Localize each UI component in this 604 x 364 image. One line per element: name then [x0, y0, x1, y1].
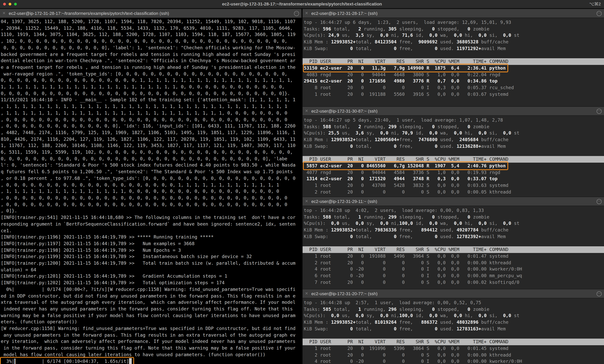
process-row: 29415 ec2-user 20 0 171656 4980 3776 R 0…	[304, 78, 604, 85]
right-pane-titlebar: ✕ec2-user@ip-172-31-20-77:~ (ssh)⋯	[302, 289, 604, 298]
terminal-line: ed in DDP constructor, but did not find …	[1, 293, 302, 299]
terminal-line: ce1.	[1, 227, 302, 234]
terminal-line: 11/15/2021 16:44:18 - INFO - __main__ - …	[1, 97, 302, 103]
split-pane-area: ✕ ec2-user@ip-172-31-28-17:~/transformer…	[0, 9, 604, 364]
terminal-line: 0%| | 0/174 [00:00<?, ?it/s][W reducer.c…	[1, 286, 302, 293]
process-row: 1314 ec2-user 20 0 171520 4944 3748 R 0,…	[304, 176, 604, 182]
top-summary-line: KiB Swap: 0 total, 0 free, 0 used. 12136…	[304, 143, 604, 150]
blank-line	[304, 332, 604, 339]
close-pane-icon[interactable]: ✕	[305, 199, 308, 203]
terminal-line: 6, 5311, 1559, 119, 5599, 119, 102, 0, 0…	[1, 149, 302, 155]
terminal-line: 04, 1397, 3625, 112, 188, 5200, 1728, 11…	[1, 18, 302, 25]
top-output-terminal[interactable]: top - 16:44:27 up 5 days, 23:40, 1 user,…	[302, 116, 604, 197]
left-terminal-pane: ✕ ec2-user@ip-172-31-28-17:~/transformer…	[0, 9, 302, 364]
pane-menu-icon[interactable]: ⋯	[597, 109, 602, 113]
process-table-header: PID USER PR NI VIRT RES SHR S %CPU %MEM …	[302, 58, 604, 65]
top-summary-line: %Cpu(s): 25,5 us, 3,6 sy, 0,0 ni, 70,9 i…	[304, 130, 604, 137]
terminal-line: q futures fell 6.5 points to 1,206.50 ."…	[1, 168, 302, 175]
terminal-line: war-ravaged region .", 'token_type_ids':…	[1, 71, 302, 77]
top-summary-line: Tasks: 585 total, 1 running, 296 sleepin…	[304, 306, 604, 312]
close-pane-icon[interactable]: ✕	[2, 11, 6, 15]
pane-menu-icon[interactable]: ⋯	[597, 199, 602, 204]
process-row: 1 root 20 0 191096 5396 3864 S 0,0 0,0 0…	[304, 345, 604, 352]
process-row: 5857 ec2-user 20 0 8465560 6,7g 152048 R…	[304, 163, 604, 169]
terminal-line: 0, 0, 0, 0, 0, 0, 0, 0, 0, 0, 0, 0, 0, 0…	[1, 77, 302, 84]
top-summary-line: Tasks: 588 total, 2 running, 299 sleepin…	[304, 123, 604, 130]
top-summary-line: KiB Swap: 0 total, 0 free, 0 used. 11971…	[304, 45, 604, 52]
terminal-line: eters. (function operator())	[1, 319, 302, 325]
terminal-line: ery iteration, which can adversely affec…	[1, 339, 302, 345]
terminal-line: in the forward pass, consider turning th…	[1, 345, 302, 351]
right-pane-titlebar: ✕ec2-user@ip-172-31-30-87:~ (ssh)⋯	[302, 106, 604, 116]
right-pane-title: ec2-user@ip-172-31-28-17:~ (ssh)	[311, 11, 593, 16]
terminal-line: , 0, 0, 0, 0, 0, 0, 0, 0, 0, 0, 0, 0, 0,…	[1, 195, 302, 201]
top-summary-line: top - 16:44:27 up 5 days, 23:40, 1 user,…	[304, 117, 604, 123]
terminal-line: 0, 0, 0, 0, 0, 0, 0, 0, 0, 0, 0, 0, 0, 0…	[1, 90, 302, 97]
top-summary-line: Tasks: 596 total, 2 running, 305 sleepin…	[304, 25, 604, 32]
top-summary-line: KiB Mem : 12993852+total, 81019264 free,…	[304, 319, 604, 326]
process-table-header: PID USER PR NI VIRT RES SHR S %CPU %MEM …	[302, 339, 604, 345]
terminal-line: [W reducer.cpp:1158] Warning: find_unuse…	[1, 325, 302, 332]
terminal-line: , 0, 0, 0, 0, 0, 0, 0, 0, 0, 0, 0, 0, 0,…	[1, 201, 302, 208]
terminal-line: 1110, 1919, 1344, 3075, 1104, 3625, 112,…	[1, 31, 302, 38]
window-title: ec2-user@ip-172-31-28-17:~/transformers/…	[0, 0, 604, 8]
terminal-line: 0, 0, 0, 0, 0, 0, 0, 0, 0, 0, 0, 0, 0, 0…	[1, 156, 302, 162]
terminal-line: xtra traversal of the autograd graph eve…	[1, 299, 302, 306]
process-row: 1 root 20 0 191188 5560 3916 S 0,0 0,0 0…	[304, 91, 604, 97]
terminal-line: model has flow control causing later ite…	[1, 351, 302, 358]
process-row: 6 root 0 -20 0 0 0 I 0,0 0,0 0:00.00 mm_…	[304, 273, 604, 279]
terminal-line: [INFO|trainer.py:1196] 2021-11-15 16:44:…	[1, 234, 302, 240]
pane-menu-icon[interactable]: ⋯	[294, 11, 299, 16]
top-summary-line: KiB Swap: 0 total, 0 free, 0 used. 12782…	[304, 233, 604, 240]
top-summary-line: %Cpu(s): 0,0 us, 0,0 sy, 0,0 ni,100,0 id…	[304, 220, 604, 227]
terminal-line: warning may be a false positive if your …	[1, 312, 302, 319]
terminal-line: [INFO|trainer.py:1201] 2021-11-15 16:44:…	[1, 273, 302, 279]
python-process-annotation-box: 53150 ec2-user 20 0 11,3g 7,9g 149900 R …	[304, 65, 506, 71]
process-row: 4 root 0 -20 0 0 0 I 0,0 0,0 0:00.00 kwo…	[304, 358, 604, 364]
process-row: 8 root 20 0 0 0 0 I 0,3 0,0 0:05.37 rcu_…	[304, 85, 604, 91]
process-row: 1 root 20 0 43708 5428 3832 S 0,0 0,0 0:…	[304, 182, 604, 189]
close-pane-icon[interactable]: ✕	[305, 109, 308, 113]
process-row: 2 root 20 0 0 0 0 S 0,0 0,0 0:00.00 kthr…	[304, 259, 604, 266]
training-log-terminal[interactable]: 04, 1397, 3625, 112, 188, 5200, 1728, 11…	[0, 18, 302, 364]
terminal-line: 1, 1, 1, 1, 1, 1, 1, 1, 1, 1, 1, 1, 1, 1…	[1, 84, 302, 90]
terminal-cursor	[129, 358, 132, 364]
terminal-line: ulation) = 64	[1, 266, 302, 273]
pane-menu-icon[interactable]: ⋯	[597, 291, 602, 296]
top-summary-line: KiB Swap: 0 total, 0 free, 0 used. 12783…	[304, 326, 604, 332]
terminal-line: [INFO|trainer.py:1199] 2021-11-15 16:44:…	[1, 253, 302, 260]
terminal-line: indeed never has any unused parameters i…	[1, 306, 302, 312]
process-row: 2 root 20 0 0 0 0 S 0,0 0,0 0:00.05 kthr…	[304, 189, 604, 195]
top-summary-line: top - 16:44:27 up 6 days, 1:23, 2 users,…	[304, 19, 604, 25]
top-summary-line: KiB Mem : 12993852+total, 12005604+free,…	[304, 137, 604, 143]
top-output-terminal[interactable]: top - 16:44:28 up 4:02, 2 users, load av…	[302, 206, 604, 289]
terminal-line: , 0, 0, 0, 0, 0, 0, 0, 0, 0, 0, 0, 0, 0,…	[1, 182, 302, 188]
top-output-terminal[interactable]: top - 16:44:28 up 2:57, 1 user, load ave…	[302, 298, 604, 364]
python-process-annotation-box: 5857 ec2-user 20 0 8465560 6,7g 152048 R…	[304, 163, 506, 169]
terminal-line: any unused parameters in the forward pas…	[1, 332, 302, 339]
terminal-line: , 20394, 11252, 15449, 112, 188, 4116, 1…	[1, 25, 302, 31]
top-output-terminal[interactable]: top - 16:44:27 up 6 days, 1:23, 2 users,…	[302, 18, 604, 106]
terminal-line: , 0]}.	[1, 208, 302, 214]
close-pane-icon[interactable]: ✕	[305, 292, 308, 296]
left-pane-title: ec2-user@ip-172-31-28-17:~/transformers/…	[9, 11, 291, 16]
close-pane-icon[interactable]: ✕	[305, 11, 308, 15]
process-row: 53150 ec2-user 20 0 11,3g 7,9g 149900 R …	[304, 65, 604, 71]
process-row: 7 root 20 0 0 0 0 S 0,0 0,0 0:00.02 ksof…	[304, 279, 604, 285]
pane-menu-icon[interactable]: ⋯	[597, 11, 602, 16]
terminal-line: 1, 11767, 112, 188, 2260, 10146, 1108, 1…	[1, 142, 302, 149]
terminal-line: l': 0, 'sentence1': "Standard & Poor 's …	[1, 162, 302, 168]
top-summary-line: top - 16:44:28 up 2:57, 1 user, load ave…	[304, 300, 604, 306]
terminal-line: 810, 4426, 2174, 1116, 2204, 127, 119, 1…	[1, 136, 302, 142]
terminal-line: , 0, 0, 0, 0, 0, 0, 0, 0, 0, 0, 0, 0, 0,…	[1, 116, 302, 123]
right-pane-title: ec2-user@ip-172-31-20-77:~ (ssh)	[311, 291, 593, 296]
terminal-line: dential election in war-torn Chechnya ."…	[1, 57, 302, 64]
process-row: 2 root 20 0 0 0 0 S 0,0 0,0 0:00.00 kthr…	[304, 352, 604, 358]
right-pane-titlebar: ✕ec2-user@ip-172-31-29-11:~ (ssh)⋯	[302, 197, 604, 206]
training-progress-line: 3%|▍ | 6/174 [00:10<04:37, 1.65s/it]	[1, 358, 302, 364]
top-summary-line: %Cpu(s): 0,0 us, 0,0 sy, 0,0 ni,100,0 id…	[304, 313, 604, 319]
process-row: 4 root 0 -20 0 0 0 I 0,0 0,0 0:00.00 kwo…	[304, 266, 604, 273]
top-summary-line: KiB Mem : 12993852+total, 79836336 free,…	[304, 227, 604, 233]
process-row: 1 root 20 0 191088 5496 3964 S 0,0 0,0 0…	[304, 253, 604, 259]
process-table-header: PID USER PR NI VIRT RES SHR S %CPU %MEM …	[302, 156, 604, 163]
